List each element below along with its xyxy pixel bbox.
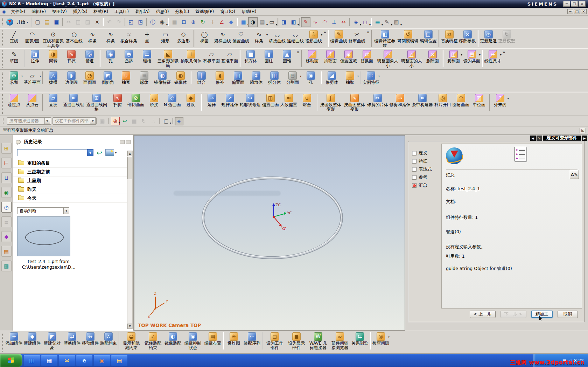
extrude-tool[interactable]: ◨拉伸 bbox=[26, 49, 44, 68]
step-checkbox[interactable] bbox=[412, 167, 416, 172]
swept-tool[interactable]: ∿扫掠 bbox=[108, 93, 127, 112]
dropdown-arrow-icon[interactable]: ▾ bbox=[115, 151, 117, 154]
menu-item[interactable]: 文件(F) bbox=[8, 8, 28, 15]
overflow-chevron-icon[interactable]: » bbox=[323, 30, 326, 48]
dropdown-arrow-icon[interactable]: ▾ bbox=[461, 53, 462, 67]
undo-button[interactable]: ↶ bbox=[105, 17, 114, 27]
wizard-step[interactable]: 参考 bbox=[411, 173, 441, 181]
ruled-tool[interactable]: ▱直纹 bbox=[44, 93, 62, 112]
studio-spline-tool[interactable]: ∿样条 bbox=[102, 29, 120, 48]
trimmed-sheet-tool[interactable]: ✂修剪的片体 bbox=[366, 93, 389, 112]
new-file-button[interactable]: ▢ bbox=[33, 17, 42, 27]
block-tool[interactable]: ■长方体 bbox=[241, 49, 260, 68]
patch-tool[interactable]: ◖修补 bbox=[211, 70, 229, 85]
rotate-wcs-button[interactable]: ↻ bbox=[139, 117, 148, 125]
show-shaded-lock-button[interactable]: ▣ bbox=[98, 117, 107, 125]
cylinder-tool[interactable]: ▮圆柱 bbox=[260, 49, 278, 68]
fuse-tool[interactable]: ∪熔合 bbox=[298, 93, 316, 112]
from-point-cloud-tool[interactable]: ∵从点云 bbox=[23, 93, 41, 112]
rectangle-select-button[interactable]: ▢▾ bbox=[162, 117, 170, 125]
history-filter-select[interactable]: 自动判断 bbox=[17, 207, 63, 214]
annotation-button[interactable]: ✎▾ bbox=[382, 17, 392, 27]
dropdown-arrow-icon[interactable]: ▾ bbox=[479, 53, 481, 67]
step-checkbox[interactable] bbox=[412, 175, 416, 180]
offset-face-tool[interactable]: ◫偏置面 bbox=[229, 70, 247, 85]
remove-params-tool[interactable]: ×移除参数 bbox=[458, 29, 477, 48]
wizard-step[interactable]: 汇总 bbox=[411, 181, 441, 189]
polygon-tool[interactable]: ◇多边形 bbox=[174, 29, 192, 48]
scroll-up-icon[interactable]: ▲ bbox=[127, 151, 132, 156]
assembly-constraints-tool[interactable]: ∴装配约束 bbox=[99, 331, 118, 351]
move-object-button[interactable]: ◰ bbox=[126, 17, 136, 27]
assembly-navigator-tab[interactable]: ⊞ bbox=[1, 143, 12, 154]
wave-geometry-linker-tool[interactable]: WWAVE 几何链接器 bbox=[307, 331, 329, 351]
replace-face-tool[interactable]: ⇄替换面 bbox=[358, 49, 376, 68]
dropdown-arrow-icon[interactable]: ▾ bbox=[266, 33, 268, 47]
view-orient-button[interactable]: ■▾ bbox=[239, 17, 248, 27]
menu-item[interactable]: 编辑(E) bbox=[28, 8, 49, 15]
ribbon-builder-tool[interactable]: ≈条带构建器 bbox=[411, 93, 434, 112]
overflow-chevron-icon[interactable]: » bbox=[367, 30, 370, 48]
combo-arrow-icon[interactable]: ▼ bbox=[44, 118, 50, 124]
rectangle-tool[interactable]: ▭矩形 bbox=[156, 29, 174, 48]
move-component-tool[interactable]: ↔移动组件 bbox=[81, 331, 99, 351]
edit-arrangement-tool[interactable]: ▤编辑布置 bbox=[204, 331, 222, 351]
dropdown-arrow-icon[interactable]: ▾ bbox=[400, 23, 402, 26]
panel-close-button[interactable] bbox=[126, 140, 131, 144]
menu-item[interactable]: 装配(A) bbox=[132, 8, 153, 15]
datum-plane-tool[interactable]: ▱基准平面 bbox=[220, 49, 239, 68]
rib-tool[interactable]: ◣三角形加强筋 bbox=[156, 49, 180, 68]
taskbar-app-window[interactable]: ◫ bbox=[24, 355, 40, 366]
taskbar-app-calculator[interactable]: ▦ bbox=[41, 355, 57, 366]
maximize-button[interactable]: □ bbox=[571, 1, 578, 7]
basic-curves-tool[interactable]: ○基本曲线 bbox=[65, 29, 83, 48]
divide-face-tool[interactable]: ⊟分割面▾ bbox=[284, 70, 302, 85]
start-menu-button[interactable] bbox=[0, 354, 22, 367]
dropdown-arrow-icon[interactable]: ▾ bbox=[378, 75, 380, 84]
face-blend-tool[interactable]: ◔面倒圆 bbox=[80, 70, 99, 85]
global-shaping-surface-tool[interactable]: ∿按曲面整体变形 bbox=[343, 93, 366, 112]
wizard-step[interactable]: 表达式 bbox=[411, 165, 441, 173]
history-search-input[interactable] bbox=[17, 149, 87, 156]
global-shaping-function-tool[interactable]: ƒ按函数整体变形 bbox=[319, 93, 343, 112]
constraint-navigator-tab[interactable]: ⊢ bbox=[1, 158, 12, 168]
finish-button[interactable]: 精加工 bbox=[531, 311, 553, 318]
unite-tool[interactable]: ⊕求和▾ bbox=[5, 70, 23, 85]
taskbar-app-mail[interactable]: ✉ bbox=[59, 355, 75, 366]
hatch-button[interactable]: ▨▾ bbox=[392, 17, 401, 27]
replace-feature-tool[interactable]: ⇄替换特征 bbox=[440, 29, 458, 48]
exploded-view-tool[interactable]: ✳爆炸图 bbox=[225, 331, 243, 351]
ellipse-tool[interactable]: ◯椭圆 bbox=[195, 29, 214, 48]
dropdown-arrow-icon[interactable]: ▾ bbox=[170, 122, 171, 125]
silhouette-flange-tool[interactable]: ↪轮廓线弯边 bbox=[239, 93, 261, 112]
part-navigator-tab[interactable]: ⊔ bbox=[1, 172, 12, 183]
hole-tool[interactable]: ◉孔 bbox=[302, 70, 320, 85]
thread-tool[interactable]: ≡螺纹 bbox=[135, 70, 153, 85]
delay-update-tool[interactable]: ◷更新延迟 bbox=[479, 29, 498, 48]
general-selection-button[interactable]: ■ bbox=[130, 117, 139, 125]
menu-item[interactable]: 格式(R) bbox=[91, 8, 112, 15]
copy-button[interactable]: ◫ bbox=[74, 17, 83, 27]
mdi-close-button[interactable]: × bbox=[581, 9, 587, 14]
clip-section-button[interactable]: ◨ bbox=[279, 17, 289, 27]
slot-tool[interactable]: ▭键槽 bbox=[138, 49, 156, 68]
edit-text-button[interactable]: A✎ bbox=[570, 170, 579, 179]
midsurface-tool[interactable]: ▥中位面 bbox=[470, 93, 488, 112]
toolbar-grip[interactable] bbox=[2, 333, 4, 352]
object-info-button[interactable]: ⓘ bbox=[148, 17, 158, 27]
copy-face-tool[interactable]: ◫复制面▾ bbox=[444, 49, 463, 68]
dropdown-arrow-icon[interactable]: ▾ bbox=[388, 335, 390, 349]
through-points-tool[interactable]: ∴通过点 bbox=[5, 93, 23, 112]
menu-item[interactable]: 窗口(O) bbox=[217, 8, 238, 15]
move-face-tool[interactable]: +移动面 bbox=[303, 49, 321, 68]
toolbar-grip[interactable] bbox=[2, 50, 4, 68]
back-button[interactable]: < 上一步 bbox=[470, 311, 496, 318]
wizard-step[interactable]: 特征 bbox=[411, 157, 441, 165]
history-tab[interactable]: ◷ bbox=[1, 202, 12, 213]
rough-offset-tool[interactable]: ≈大致偏置 bbox=[280, 93, 298, 112]
combo-arrow-icon[interactable]: ▾ bbox=[63, 207, 69, 214]
panel-pin-button[interactable] bbox=[120, 140, 125, 144]
folder-last-week[interactable]: 上星期 bbox=[13, 176, 133, 185]
new-component-tool[interactable]: ◆新建组件 bbox=[23, 331, 41, 351]
render-style-button[interactable]: ◑ bbox=[248, 17, 258, 27]
